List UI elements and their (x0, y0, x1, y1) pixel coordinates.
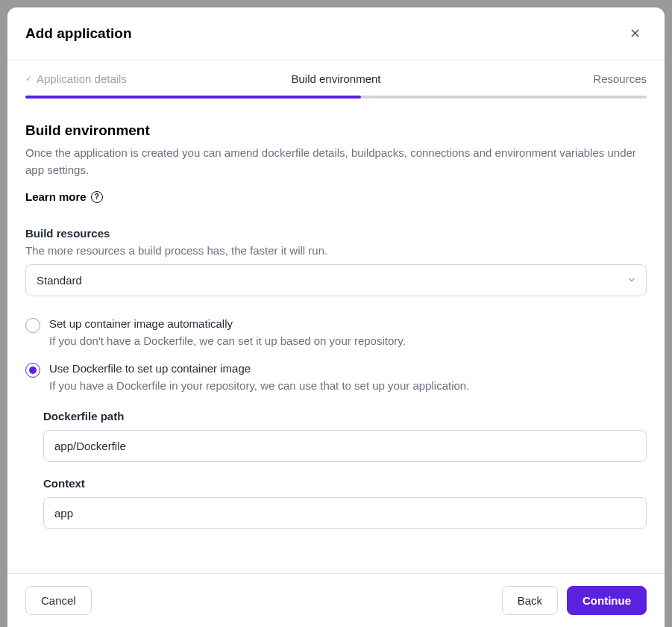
context-label: Context (43, 477, 647, 490)
radio-description: If you have a Dockerfile in your reposit… (49, 379, 647, 392)
footer-right-actions: Back Continue (502, 586, 647, 615)
wizard-stepper: ✓ Application details Build environment … (7, 60, 665, 85)
build-resources-label: Build resources (25, 227, 647, 240)
learn-more-label: Learn more (25, 190, 87, 203)
context-input[interactable] (43, 497, 647, 529)
radio-option-auto[interactable]: Set up container image automatically If … (25, 317, 647, 347)
section-description: Once the application is created you can … (25, 145, 647, 178)
step-build-environment[interactable]: Build environment (233, 72, 440, 85)
back-button[interactable]: Back (502, 586, 558, 615)
build-resources-select-wrapper: Standard (25, 264, 647, 296)
build-resources-hint: The more resources a build process has, … (25, 244, 647, 257)
dockerfile-fields: Dockerfile path Context (25, 410, 647, 529)
radio-content: Use Dockerfile to set up container image… (49, 362, 647, 392)
modal-content: Build environment Once the application i… (7, 99, 665, 573)
cancel-button[interactable]: Cancel (25, 586, 92, 615)
radio-label[interactable]: Set up container image automatically (49, 317, 647, 330)
step-resources[interactable]: Resources (439, 72, 647, 85)
section-title: Build environment (25, 122, 647, 139)
context-field: Context (43, 477, 647, 529)
radio-description: If you don't have a Dockerfile, we can s… (49, 334, 647, 347)
step-application-details[interactable]: ✓ Application details (25, 72, 233, 85)
radio-circle[interactable] (25, 363, 40, 378)
progress-track (25, 96, 647, 99)
close-button[interactable]: ✕ (624, 22, 647, 45)
radio-dot (29, 366, 37, 374)
radio-circle[interactable] (25, 318, 40, 333)
radio-option-dockerfile[interactable]: Use Dockerfile to set up container image… (25, 362, 647, 392)
dockerfile-path-input[interactable] (43, 430, 647, 462)
continue-button[interactable]: Continue (567, 586, 647, 615)
progress-fill (25, 96, 361, 99)
step-label: Resources (593, 72, 647, 85)
step-label: Application details (37, 72, 127, 85)
help-icon: ? (91, 191, 103, 203)
radio-content: Set up container image automatically If … (49, 317, 647, 347)
dockerfile-path-label: Dockerfile path (43, 410, 647, 422)
container-setup-radio-group: Set up container image automatically If … (25, 317, 647, 392)
dockerfile-path-field: Dockerfile path (43, 410, 647, 462)
check-icon: ✓ (25, 74, 32, 84)
close-icon: ✕ (629, 26, 641, 41)
build-resources-field: Build resources The more resources a bui… (25, 227, 647, 296)
modal-header: Add application ✕ (7, 7, 665, 60)
modal-title: Add application (25, 25, 132, 42)
learn-more-link[interactable]: Learn more ? (25, 190, 103, 203)
add-application-modal: Add application ✕ ✓ Application details … (7, 7, 665, 627)
radio-label[interactable]: Use Dockerfile to set up container image (49, 362, 647, 375)
step-label: Build environment (291, 72, 380, 85)
build-resources-select[interactable]: Standard (25, 264, 647, 296)
modal-footer: Cancel Back Continue (7, 573, 665, 627)
